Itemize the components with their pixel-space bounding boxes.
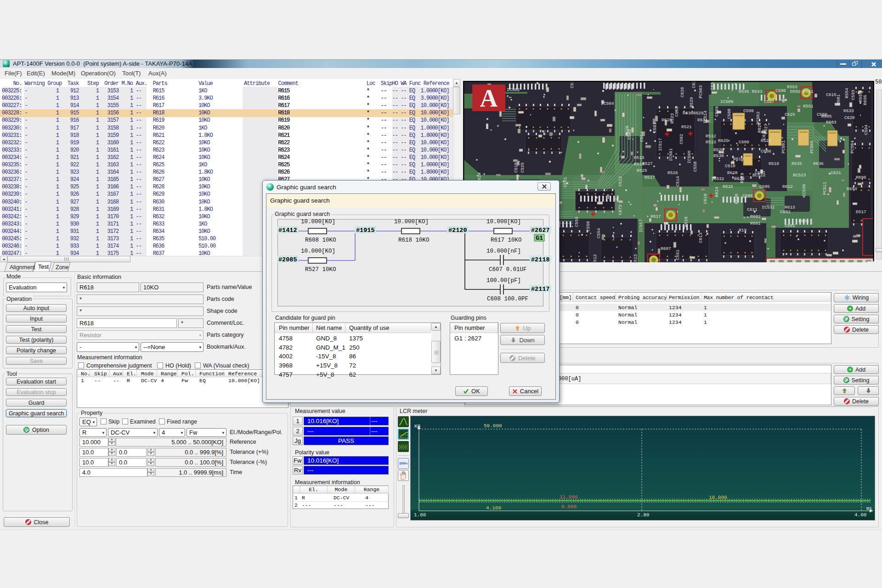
svg-text:IC514: IC514: [703, 110, 708, 124]
svg-text:C609: C609: [739, 140, 749, 145]
svg-text:C606: C606: [742, 193, 753, 198]
svg-text:KO: KO: [414, 424, 421, 429]
svg-text:C553: C553: [674, 106, 679, 117]
svg-text:R514: R514: [634, 162, 645, 167]
svg-text:R517: R517: [645, 175, 655, 180]
svg-text:IC530: IC530: [802, 184, 807, 197]
svg-text:R617: R617: [650, 214, 661, 219]
svg-text:C558: C558: [693, 161, 698, 172]
svg-text:PC511: PC511: [822, 181, 827, 195]
svg-text:D502: D502: [790, 89, 801, 94]
svg-text:R527 10KO: R527 10KO: [305, 266, 336, 273]
svg-text:10.000[KO]: 10.000[KO]: [301, 219, 335, 225]
svg-text:R633: R633: [843, 108, 854, 113]
svg-text:R626: R626: [757, 122, 762, 133]
svg-text:A: A: [480, 85, 498, 112]
svg-text:10.000[KO]: 10.000[KO]: [301, 248, 335, 254]
svg-text:C608 100.0PF: C608 100.0PF: [487, 296, 528, 302]
svg-text:R604: R604: [798, 219, 809, 224]
svg-text:PC501: PC501: [781, 140, 786, 153]
svg-text:C593: C593: [851, 90, 856, 100]
svg-text:C605: C605: [759, 184, 770, 189]
svg-text:C561: C561: [652, 122, 657, 133]
svg-text:11.000: 11.000: [560, 494, 578, 500]
svg-text:C610: C610: [725, 164, 735, 169]
svg-text:59.000: 59.000: [484, 423, 502, 429]
svg-text:R525: R525: [637, 168, 647, 173]
svg-text:R605: R605: [821, 114, 832, 119]
svg-text:C607: C607: [755, 170, 765, 175]
svg-text:R695: R695: [863, 95, 868, 105]
svg-text:1.60: 1.60: [414, 512, 426, 518]
svg-text:R545 R543: R545 R543: [739, 89, 763, 94]
svg-text:C551: C551: [675, 249, 680, 260]
svg-text:R602: R602: [750, 214, 761, 219]
svg-text:C555: C555: [574, 216, 579, 227]
svg-text:R551: R551: [803, 104, 814, 109]
svg-text:R521: R521: [681, 124, 692, 130]
svg-text:R635: R635: [792, 161, 802, 166]
svg-text:#2085: #2085: [278, 256, 297, 263]
svg-text:C563: C563: [627, 129, 632, 140]
svg-text:R625: R625: [718, 138, 729, 143]
svg-text:#2120: #2120: [448, 227, 467, 234]
svg-text:IC532: IC532: [711, 176, 724, 181]
svg-text:R630R629: R630R629: [683, 111, 704, 116]
svg-text:C512: C512: [618, 176, 623, 187]
svg-text:R601: R601: [750, 221, 761, 226]
svg-text:C608: C608: [761, 149, 771, 154]
svg-text:R530: R530: [713, 153, 724, 158]
svg-text:R603: R603: [826, 120, 837, 125]
svg-text:R694: R694: [847, 187, 857, 192]
svg-text:C560: C560: [727, 108, 732, 119]
svg-text:PC505: PC505: [809, 140, 814, 153]
svg-text:C521: C521: [563, 177, 568, 187]
svg-text:R696: R696: [856, 175, 866, 180]
svg-text:C514: C514: [675, 176, 680, 187]
svg-text:C598: C598: [775, 88, 786, 93]
svg-text:C613: C613: [698, 232, 703, 243]
svg-text:R636: R636: [813, 161, 824, 166]
svg-text:R628: R628: [662, 118, 672, 123]
svg-text:C620: C620: [844, 115, 855, 120]
svg-text:C618: C618: [710, 81, 715, 90]
svg-text:#2118: #2118: [531, 256, 550, 263]
svg-text:C525: C525: [520, 162, 525, 173]
svg-text:C611: C611: [747, 207, 758, 212]
svg-text:IC561: IC561: [668, 148, 673, 161]
svg-text:IC531: IC531: [762, 205, 775, 210]
svg-text:Test: Test: [38, 264, 49, 270]
svg-text:100.00[pF]: 100.00[pF]: [486, 277, 521, 284]
svg-text:R529: R529: [689, 97, 694, 107]
svg-text:#1915: #1915: [356, 227, 375, 234]
svg-text:R624: R624: [714, 187, 719, 197]
svg-text:ms: ms: [866, 506, 872, 511]
svg-text:R19: R19: [739, 228, 746, 233]
svg-text:R617 10KO: R617 10KO: [491, 237, 522, 243]
svg-text:R554: R554: [844, 88, 849, 98]
svg-text:C626: C626: [680, 87, 685, 97]
svg-text:IC506: IC506: [720, 99, 734, 104]
svg-text:R627: R627: [763, 124, 769, 134]
svg-text:C564: C564: [639, 131, 645, 142]
svg-text:R618: R618: [733, 157, 744, 162]
svg-text:C599: C599: [743, 108, 754, 113]
svg-text:R619: R619: [769, 161, 779, 166]
svg-text:2.80: 2.80: [637, 512, 649, 518]
svg-text:R612: R612: [782, 184, 793, 189]
svg-text:PC504: PC504: [850, 140, 855, 153]
svg-text:#2117: #2117: [531, 286, 550, 293]
svg-text:BC523: BC523: [793, 173, 806, 178]
svg-text:IC502: IC502: [507, 87, 520, 92]
svg-text:R528: R528: [713, 147, 724, 153]
svg-text:C587: C587: [764, 99, 775, 104]
svg-text:R512: R512: [706, 134, 716, 139]
svg-text:C562: C562: [679, 134, 684, 144]
svg-text:4.00: 4.00: [854, 512, 866, 518]
svg-text:R516: R516: [684, 216, 689, 227]
svg-text:IC504: IC504: [601, 101, 614, 106]
svg-text:C556: C556: [586, 221, 591, 232]
svg-text:IC557: IC557: [639, 219, 644, 232]
svg-text:C673: C673: [618, 204, 623, 215]
svg-text:C621: C621: [831, 170, 841, 175]
